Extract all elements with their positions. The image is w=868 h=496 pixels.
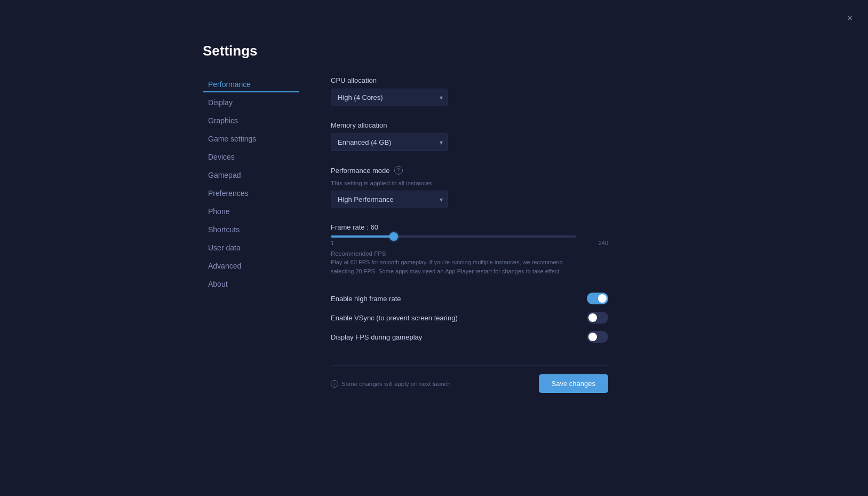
slider-min-label: 1 (331, 240, 334, 246)
footer-note-text: Some changes will apply on next launch (341, 381, 451, 387)
sidebar: PerformanceDisplayGraphicsGame settingsD… (203, 76, 299, 401)
performance-mode-label: Performance mode (331, 167, 390, 175)
toggle-label-vsync: Enable VSync (to prevent screen tearing) (331, 314, 458, 322)
toggle-row-display-fps: Display FPS during gameplay (331, 329, 608, 345)
slider-max-label: 240 (599, 240, 608, 246)
toggle-knob-vsync (588, 313, 597, 322)
settings-container: Settings PerformanceDisplayGraphicsGame … (0, 0, 868, 496)
cpu-allocation-select[interactable]: Low (1 Core)Medium (2 Cores)High (4 Core… (331, 89, 448, 106)
frame-rate-slider[interactable] (331, 235, 576, 238)
sidebar-item-graphics[interactable]: Graphics (203, 113, 299, 129)
toggles-container: Enable high frame rateEnable VSync (to p… (331, 290, 608, 345)
performance-mode-select-wrapper: BalancedHigh PerformanceUltra Performanc… (331, 191, 448, 208)
frame-rate-section: Frame rate : 60 1 240 Recommended FPS Pl… (331, 223, 608, 275)
memory-allocation-group: Memory allocation Low (1 GB)Standard (2 … (331, 121, 608, 151)
toggle-label-display-fps: Display FPS during gameplay (331, 333, 422, 341)
toggle-vsync[interactable] (587, 312, 608, 324)
memory-allocation-select[interactable]: Low (1 GB)Standard (2 GB)Enhanced (4 GB)… (331, 133, 448, 151)
slider-labels: 1 240 (331, 240, 608, 246)
settings-footer: i Some changes will apply on next launch… (331, 365, 608, 401)
save-changes-button[interactable]: Save changes (539, 374, 608, 393)
sidebar-item-phone[interactable]: Phone (203, 203, 299, 219)
sidebar-item-user-data[interactable]: User data (203, 240, 299, 256)
toggle-knob-high-frame-rate (598, 294, 607, 303)
toggle-display-fps[interactable] (587, 331, 608, 343)
performance-mode-header: Performance mode ? (331, 166, 608, 175)
fps-description: Recommended FPS Play at 60 FPS for smoot… (331, 250, 608, 275)
footer-note: i Some changes will apply on next launch (331, 380, 451, 388)
sidebar-item-devices[interactable]: Devices (203, 149, 299, 165)
close-icon: × (847, 13, 853, 24)
cpu-allocation-group: CPU allocation Low (1 Core)Medium (2 Cor… (331, 76, 608, 106)
toggle-row-vsync: Enable VSync (to prevent screen tearing) (331, 310, 608, 326)
memory-allocation-select-wrapper: Low (1 GB)Standard (2 GB)Enhanced (4 GB)… (331, 133, 448, 151)
settings-layout: PerformanceDisplayGraphicsGame settingsD… (203, 76, 868, 401)
cpu-allocation-label: CPU allocation (331, 76, 608, 84)
content-panel: CPU allocation Low (1 Core)Medium (2 Cor… (331, 76, 608, 401)
page-title: Settings (203, 43, 868, 59)
frame-rate-slider-container: 1 240 (331, 235, 608, 246)
sidebar-item-display[interactable]: Display (203, 95, 299, 111)
sidebar-item-preferences[interactable]: Preferences (203, 185, 299, 201)
cpu-allocation-select-wrapper: Low (1 Core)Medium (2 Cores)High (4 Core… (331, 89, 448, 106)
performance-mode-help-icon[interactable]: ? (394, 166, 403, 175)
sidebar-item-gamepad[interactable]: Gamepad (203, 167, 299, 183)
sidebar-item-game-settings[interactable]: Game settings (203, 131, 299, 147)
fps-desc-text: Play at 60 FPS for smooth gameplay. If y… (331, 258, 576, 275)
frame-rate-label: Frame rate : 60 (331, 223, 608, 231)
sidebar-item-about[interactable]: About (203, 276, 299, 292)
footer-info-icon: i (331, 380, 338, 388)
performance-mode-select[interactable]: BalancedHigh PerformanceUltra Performanc… (331, 191, 448, 208)
toggle-knob-display-fps (588, 333, 597, 341)
close-button[interactable]: × (841, 10, 858, 27)
sidebar-item-advanced[interactable]: Advanced (203, 258, 299, 274)
performance-mode-sublabel: This setting is applied to all instances… (331, 180, 608, 186)
memory-allocation-label: Memory allocation (331, 121, 608, 129)
toggle-row-high-frame-rate: Enable high frame rate (331, 290, 608, 306)
sidebar-item-shortcuts[interactable]: Shortcuts (203, 222, 299, 238)
sidebar-item-performance[interactable]: Performance (203, 76, 299, 92)
performance-mode-group: Performance mode ? This setting is appli… (331, 166, 608, 208)
toggle-high-frame-rate[interactable] (587, 293, 608, 304)
fps-desc-title: Recommended FPS (331, 250, 608, 257)
toggle-label-high-frame-rate: Enable high frame rate (331, 295, 401, 303)
